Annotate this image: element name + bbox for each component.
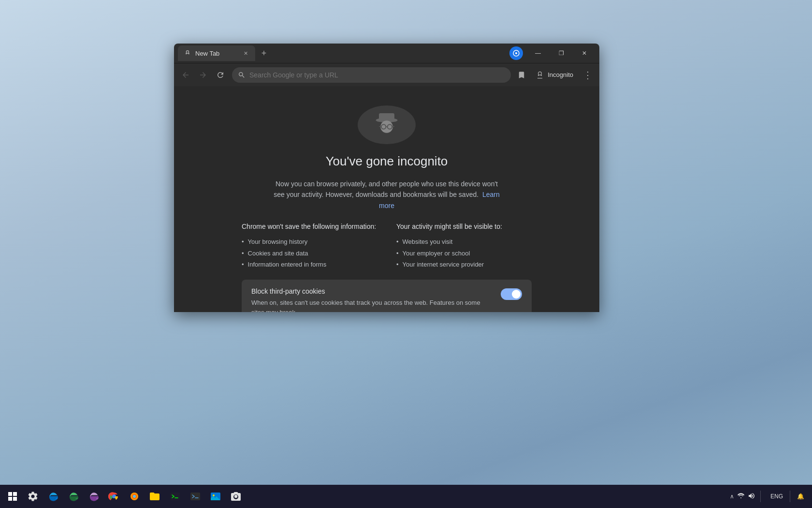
svg-line-13 (379, 126, 381, 127)
incognito-avatar-icon (535, 70, 545, 80)
volume-icon[interactable] (748, 492, 755, 501)
not-saved-title: Chrome won't save the following informat… (242, 223, 377, 230)
minimize-button[interactable]: — (527, 45, 549, 61)
taskbar-icon-edge[interactable] (44, 487, 63, 506)
incognito-label: Incognito (548, 71, 573, 78)
close-button[interactable]: ✕ (573, 45, 595, 61)
forward-button[interactable] (195, 67, 211, 83)
taskbar-divider (760, 491, 761, 502)
list-item: Your internet service provider (396, 259, 532, 270)
notification-bell[interactable]: 🔔 (797, 493, 804, 500)
window-controls: — ❐ ✕ (527, 45, 595, 61)
taskbar-right: ∧ (730, 491, 808, 502)
svg-rect-9 (379, 113, 394, 121)
svg-point-2 (188, 53, 189, 55)
svg-rect-22 (190, 493, 200, 500)
language-indicator: ENG (770, 493, 783, 500)
incognito-title: You've gone incognito (326, 154, 448, 169)
info-columns: Chrome won't save the following informat… (242, 223, 532, 270)
taskbar-icon-terminal2[interactable] (186, 487, 205, 506)
start-button[interactable] (4, 488, 21, 505)
incognito-icon (358, 105, 416, 144)
svg-point-19 (133, 495, 136, 498)
taskbar: ∧ (0, 485, 812, 508)
browser-menu-button[interactable]: ⋮ (580, 67, 595, 83)
third-party-cookies-card: Block third-party cookies When on, sites… (242, 280, 532, 312)
page-content: You've gone incognito Now you can browse… (174, 86, 599, 312)
system-tray-expand[interactable]: ∧ (730, 493, 734, 500)
taskbar-icon-file-explorer[interactable] (145, 487, 164, 506)
browser-window: New Tab ✕ + — ❐ ✕ (174, 44, 599, 312)
taskbar-icon-settings[interactable] (23, 487, 43, 506)
incognito-figure-icon (367, 105, 406, 144)
svg-line-14 (392, 126, 394, 127)
taskbar-divider-2 (790, 491, 790, 502)
toggle-card-title: Block third-party cookies (251, 287, 493, 295)
tab-favicon (184, 49, 191, 57)
browser-tab[interactable]: New Tab ✕ (178, 45, 255, 61)
svg-point-0 (186, 51, 188, 53)
svg-point-5 (538, 72, 542, 75)
still-visible-list: Websites you visit Your employer or scho… (396, 236, 532, 270)
still-visible-column: Your activity might still be visible to:… (396, 223, 532, 270)
not-saved-list: Your browsing history Cookies and site d… (242, 236, 377, 270)
incognito-profile-button[interactable]: Incognito (530, 68, 578, 82)
search-icon (238, 71, 246, 79)
taskbar-icon-firefox[interactable] (125, 487, 144, 506)
toggle-card-text: Block third-party cookies When on, sites… (251, 287, 493, 312)
svg-point-7 (541, 75, 542, 76)
block-cookies-toggle[interactable] (501, 288, 522, 300)
incognito-description: Now you can browse privately, and other … (271, 179, 503, 211)
extension-icon[interactable] (509, 46, 523, 60)
toggle-card-description: When on, sites can't use cookies that tr… (251, 298, 493, 312)
taskbar-icon-photos[interactable] (206, 487, 225, 506)
title-bar: New Tab ✕ + — ❐ ✕ (174, 44, 599, 63)
taskbar-icon-edge-beta[interactable] (84, 487, 103, 506)
maximize-button[interactable]: ❐ (550, 45, 572, 61)
svg-rect-20 (170, 493, 180, 500)
list-item: Cookies and site data (242, 248, 377, 259)
taskbar-icon-camera[interactable] (226, 487, 246, 506)
list-item: Your browsing history (242, 236, 377, 247)
address-bar-container[interactable] (232, 67, 511, 83)
list-item: Websites you visit (396, 236, 532, 247)
system-tray-icons: ∧ (730, 491, 763, 502)
incognito-content: You've gone incognito Now you can browse… (242, 105, 532, 293)
notification-area: ENG 🔔 (767, 491, 808, 502)
list-item: Your employer or school (396, 248, 532, 259)
svg-point-4 (515, 52, 517, 54)
taskbar-icon-chrome[interactable] (104, 487, 124, 506)
list-item: Information entered in forms (242, 259, 377, 270)
svg-point-6 (538, 75, 539, 76)
back-button[interactable] (178, 67, 193, 83)
address-input[interactable] (249, 71, 505, 79)
not-saved-column: Chrome won't save the following informat… (242, 223, 377, 270)
desktop: New Tab ✕ + — ❐ ✕ (0, 0, 812, 508)
windows-logo-icon (8, 492, 17, 501)
new-tab-button[interactable]: + (257, 46, 271, 60)
svg-point-1 (186, 53, 187, 55)
tab-label: New Tab (195, 50, 219, 57)
svg-point-26 (740, 497, 741, 498)
network-icon[interactable] (737, 492, 745, 501)
taskbar-icon-terminal[interactable] (165, 487, 185, 506)
taskbar-icon-edge-dev[interactable] (64, 487, 83, 506)
reload-button[interactable] (213, 67, 228, 83)
tab-close-button[interactable]: ✕ (242, 49, 249, 57)
still-visible-title: Your activity might still be visible to: (396, 223, 532, 230)
toolbar: Incognito ⋮ (174, 63, 599, 86)
bookmark-button[interactable] (515, 68, 528, 82)
taskbar-pinned-apps (23, 487, 246, 506)
